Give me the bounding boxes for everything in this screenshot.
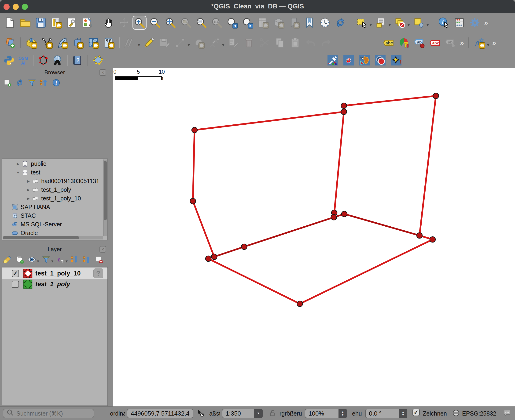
annotation-toolbar-overflow-icon[interactable]: » xyxy=(492,39,496,47)
statistical-summary-button[interactable] xyxy=(452,16,466,30)
pan-map-button[interactable] xyxy=(102,16,116,30)
deselect-features-dropdown-icon[interactable]: ▾ xyxy=(407,22,410,28)
expand-all-layers-button[interactable] xyxy=(69,255,80,265)
select-features-by-value-button[interactable] xyxy=(374,16,388,30)
plugin-geometry-shapes-button[interactable] xyxy=(358,54,371,67)
filter-browser-button[interactable] xyxy=(27,78,37,88)
layer-row-test_1_poly[interactable]: test_1_poly xyxy=(2,279,108,290)
browser-tree-item-test-1-poly[interactable]: ▶test_1_poly xyxy=(3,186,103,194)
open-layer-styling-button[interactable] xyxy=(2,255,13,265)
digitize-with-segment-dropdown-icon[interactable]: ▾ xyxy=(187,42,190,48)
select-by-location-dropdown-icon[interactable]: ▾ xyxy=(426,22,429,28)
add-group-button[interactable] xyxy=(15,255,25,265)
help-contents-button[interactable]: ? xyxy=(71,54,84,67)
show-layout-manager-button[interactable] xyxy=(65,16,79,30)
rotation-stepper[interactable]: ▲▼ xyxy=(399,409,407,418)
scale-dropdown-icon[interactable]: ▼ xyxy=(254,409,263,418)
refresh-browser-button[interactable] xyxy=(15,78,25,88)
plugin-topology-error-button[interactable]: ! xyxy=(390,54,403,67)
refresh-map-button[interactable] xyxy=(333,16,347,30)
geometry-checker-button[interactable] xyxy=(37,54,50,67)
browser-tree-item-test-1-poly-10[interactable]: ▶test_1_poly_10 xyxy=(3,194,103,203)
rotation-spinbox[interactable]: 0,0 ° ▲▼ xyxy=(365,409,407,418)
browser-tree-item-sap-hana[interactable]: SAP HANA xyxy=(3,203,103,211)
manage-visibility-button[interactable] xyxy=(27,255,37,265)
magnifier-stepper[interactable]: ▲▼ xyxy=(338,409,347,418)
crs-globe-icon[interactable] xyxy=(452,409,460,418)
browser-tree-item-had000191303051131[interactable]: ▶had000191303051131 xyxy=(3,177,103,186)
expander-icon[interactable]: ▶ xyxy=(26,188,31,192)
new-temporary-scratch-layer-button[interactable] xyxy=(71,36,85,50)
filter-by-expression-button[interactable]: ε xyxy=(55,255,66,265)
new-project-button[interactable] xyxy=(3,16,17,30)
layer-visibility-checkbox[interactable] xyxy=(12,281,19,288)
select-features-button[interactable] xyxy=(355,16,369,30)
highlight-pinned-labels-button[interactable]: abc xyxy=(428,36,442,50)
zoom-in-button[interactable] xyxy=(132,16,146,30)
layer-labeling-options-button[interactable]: abc xyxy=(382,36,396,50)
add-selected-layer-button[interactable] xyxy=(2,78,13,88)
layer-visibility-checkbox[interactable]: ✓ xyxy=(12,270,19,277)
browser-vertical-scrollbar[interactable] xyxy=(103,159,107,236)
new-print-layout-button[interactable] xyxy=(49,16,63,30)
close-window-button[interactable] xyxy=(4,4,10,10)
osm-place-search-button[interactable] xyxy=(51,54,64,67)
show-spatial-bookmarks-button[interactable] xyxy=(302,16,316,30)
new-geopackage-layer-button[interactable] xyxy=(24,36,38,50)
current-edits-dropdown-icon[interactable]: ▾ xyxy=(138,42,140,48)
data-source-manager-button[interactable] xyxy=(3,36,17,50)
zoom-out-button[interactable] xyxy=(148,16,162,30)
layer-crs-unknown-badge[interactable]: ? xyxy=(93,269,103,278)
browser-tree-item-test[interactable]: ▼test xyxy=(3,168,103,177)
new-gpx-layer-button[interactable] xyxy=(102,36,116,50)
new-spatialite-layer-button[interactable] xyxy=(55,36,69,50)
toggle-editing-button[interactable] xyxy=(142,36,156,50)
filter-by-expression-dropdown-icon[interactable]: ▾ xyxy=(66,259,68,264)
zoom-next-button[interactable] xyxy=(241,16,255,30)
render-checkbox[interactable]: ✓ xyxy=(413,409,420,416)
show-properties-widget-button[interactable]: i xyxy=(51,78,61,88)
select-features-dropdown-icon[interactable]: ▾ xyxy=(369,22,372,28)
new-virtual-layer-button[interactable] xyxy=(86,36,100,50)
browser-horizontal-scrollbar[interactable] xyxy=(3,236,103,240)
coordinate-input[interactable]: 4496059,7 5711432,4 xyxy=(127,409,193,418)
new-shapefile-layer-button[interactable] xyxy=(40,36,54,50)
magnifier-spinbox[interactable]: 100% ▲▼ xyxy=(305,409,347,418)
plugin-numbering-button[interactable]: # xyxy=(342,54,355,67)
open-project-button[interactable] xyxy=(18,16,32,30)
map-canvas[interactable]: 0510 m xyxy=(113,68,515,406)
zoom-window-button[interactable] xyxy=(22,4,28,10)
plugin-color-sampler-button[interactable] xyxy=(326,54,339,67)
scale-combobox[interactable]: 1:350 ▼ xyxy=(222,409,263,418)
expander-icon[interactable]: ▶ xyxy=(26,196,31,201)
plugin-overlap-analysis-button[interactable] xyxy=(374,54,387,67)
label-toolbar-overflow-icon[interactable]: » xyxy=(460,39,464,47)
save-project-button[interactable] xyxy=(34,16,48,30)
zoom-full-button[interactable] xyxy=(163,16,177,30)
select-features-by-value-dropdown-icon[interactable]: ▾ xyxy=(388,22,391,28)
layer-diagram-options-button[interactable] xyxy=(397,36,411,50)
manage-visibility-dropdown-icon[interactable]: ▾ xyxy=(37,259,39,264)
osm-ai-plugin-button[interactable]: OSMAI xyxy=(17,54,30,67)
browser-close-icon[interactable]: × xyxy=(100,69,106,76)
select-by-location-button[interactable] xyxy=(412,16,426,30)
pin-unpin-labels-button[interactable]: ab xyxy=(413,36,427,50)
mouse-extent-icon[interactable] xyxy=(196,409,205,418)
collapse-all-button[interactable] xyxy=(39,78,49,88)
browser-tree-item-ms-sql-server[interactable]: MS SQL-Server xyxy=(3,220,103,229)
zoom-to-layer-button[interactable] xyxy=(194,16,208,30)
annotation-toolbar-dropdown-icon[interactable]: ▾ xyxy=(487,42,490,48)
temporal-controller-button[interactable] xyxy=(318,16,332,30)
expander-icon[interactable]: ▶ xyxy=(26,179,31,183)
python-console-button[interactable] xyxy=(3,54,15,67)
expander-icon[interactable]: ▼ xyxy=(15,171,21,174)
vertex-tool-dropdown-icon[interactable]: ▾ xyxy=(222,42,224,48)
expander-icon[interactable]: ▶ xyxy=(15,162,21,166)
locator-search-input[interactable]: Suchmuster (⌘K) xyxy=(3,409,94,418)
messages-icon[interactable] xyxy=(503,409,511,418)
minimize-window-button[interactable] xyxy=(13,4,19,10)
browser-tree-item-oracle[interactable]: Oracle xyxy=(3,229,103,236)
crs-status[interactable]: EPSG:25832 xyxy=(462,409,496,418)
processing-toolbox-button[interactable] xyxy=(468,16,482,30)
check-geometry-validity-button[interactable] xyxy=(91,54,104,67)
